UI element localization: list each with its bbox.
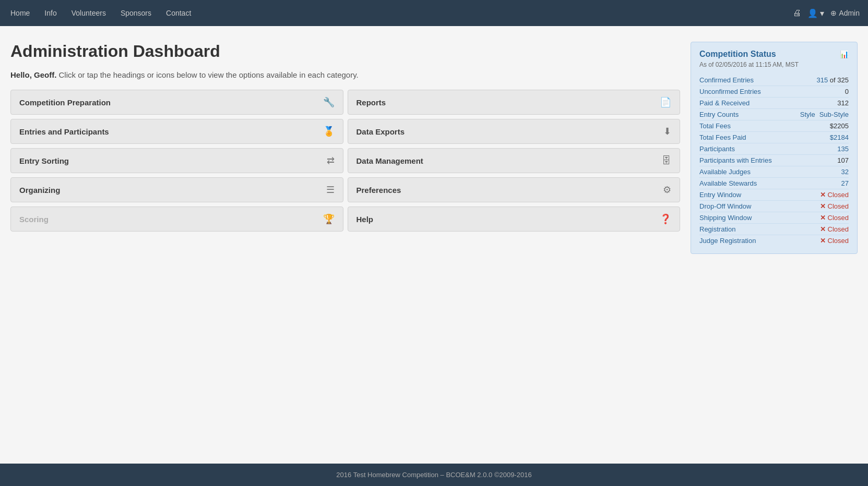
content-area: Administration Dashboard Hello, Geoff. C…: [10, 42, 680, 254]
row-registration: Registration ✕ Closed: [699, 224, 849, 235]
status-card-title: Competition Status: [699, 50, 776, 59]
entry-counts-label[interactable]: Entry Counts: [699, 111, 739, 118]
judge-registration-x: ✕: [820, 237, 826, 245]
nav-volunteers[interactable]: Volunteers: [69, 9, 108, 17]
entry-sorting-label: Entry Sorting: [19, 156, 69, 165]
available-judges-label[interactable]: Available Judges: [699, 168, 751, 176]
dash-item-entry-sorting[interactable]: Entry Sorting ⇄: [10, 148, 343, 173]
greeting-text: Click or tap the headings or icons below…: [59, 70, 359, 79]
entry-counts-substyle-link[interactable]: Sub-Style: [819, 111, 849, 118]
shipping-window-closed: Closed: [828, 214, 849, 222]
paid-received-value: 312: [837, 99, 849, 107]
dropoff-window-label[interactable]: Drop-Off Window: [699, 202, 751, 210]
judge-registration-value: ✕ Closed: [820, 237, 849, 245]
nav-contact[interactable]: Contact: [164, 9, 193, 17]
registration-label[interactable]: Registration: [699, 225, 735, 233]
row-available-stewards: Available Stewards 27: [699, 178, 849, 189]
participants-label[interactable]: Participants: [699, 145, 735, 153]
user-icon[interactable]: 👤 ▾: [807, 8, 824, 18]
nav-info[interactable]: Info: [42, 9, 58, 17]
shipping-window-x: ✕: [820, 214, 826, 222]
row-dropoff-window: Drop-Off Window ✕ Closed: [699, 201, 849, 212]
dropoff-window-value: ✕ Closed: [820, 202, 849, 210]
available-stewards-label[interactable]: Available Stewards: [699, 179, 757, 187]
entry-window-x: ✕: [820, 191, 826, 199]
confirmed-entries-link[interactable]: 315: [817, 76, 828, 84]
participants-entries-label[interactable]: Participants with Entries: [699, 156, 772, 164]
row-unconfirmed-entries: Unconfirmed Entries 0: [699, 86, 849, 98]
row-entry-counts: Entry Counts Style Sub-Style: [699, 109, 849, 120]
nav-home[interactable]: Home: [8, 9, 32, 17]
dropoff-window-x: ✕: [820, 202, 826, 210]
list-icon: ☰: [326, 184, 335, 196]
download-icon: ⬇: [663, 126, 671, 137]
row-participants-with-entries: Participants with Entries 107: [699, 155, 849, 166]
shipping-window-label[interactable]: Shipping Window: [699, 214, 752, 222]
admin-label: Admin: [839, 9, 860, 17]
help-label: Help: [356, 215, 374, 224]
sort-icon: ⇄: [327, 155, 335, 166]
row-entry-window: Entry Window ✕ Closed: [699, 189, 849, 201]
sidebar: Competition Status 📊 As of 02/05/2016 at…: [691, 42, 858, 254]
data-management-label: Data Management: [356, 156, 423, 165]
dash-item-data-management[interactable]: Data Management 🗄: [348, 148, 681, 173]
main-nav: Home Info Volunteers Sponsors Contact 🖨 …: [0, 0, 868, 26]
dash-item-organizing[interactable]: Organizing ☰: [10, 177, 343, 202]
reports-label: Reports: [356, 98, 386, 107]
total-fees-paid-value: $2184: [830, 133, 849, 141]
unconfirmed-entries-label[interactable]: Unconfirmed Entries: [699, 88, 761, 95]
print-icon[interactable]: 🖨: [793, 8, 801, 18]
row-total-fees-paid: Total Fees Paid $2184: [699, 132, 849, 143]
participants-entries-value: 107: [837, 156, 849, 164]
entry-window-closed: Closed: [828, 191, 849, 199]
registration-value: ✕ Closed: [820, 225, 849, 233]
dash-item-preferences[interactable]: Preferences ⚙: [348, 177, 681, 202]
total-fees-paid-label[interactable]: Total Fees Paid: [699, 133, 746, 141]
total-fees-label[interactable]: Total Fees: [699, 122, 731, 130]
preferences-label: Preferences: [356, 186, 401, 195]
dash-item-competition-preparation[interactable]: Competition Preparation 🔧: [10, 90, 343, 115]
document-icon: 📄: [660, 96, 671, 108]
entry-counts-style-link[interactable]: Style: [800, 111, 815, 118]
row-shipping-window: Shipping Window ✕ Closed: [699, 212, 849, 224]
unconfirmed-entries-value: 0: [845, 88, 849, 95]
admin-button[interactable]: ⊕ Admin: [830, 9, 860, 17]
greeting-name: Hello, Geoff.: [10, 70, 56, 79]
confirmed-entries-label[interactable]: Confirmed Entries: [699, 76, 754, 84]
entries-icon: 🏅: [323, 126, 335, 137]
registration-x: ✕: [820, 225, 826, 233]
footer: 2016 Test Homebrew Competition – BCOE&M …: [0, 464, 868, 486]
row-paid-received: Paid & Received 312: [699, 98, 849, 109]
entry-window-value: ✕ Closed: [820, 191, 849, 199]
chart-icon[interactable]: 📊: [840, 50, 849, 58]
dash-item-entries-participants[interactable]: Entries and Participants 🏅: [10, 119, 343, 144]
status-card-header: Competition Status 📊: [699, 50, 849, 59]
dash-item-data-exports[interactable]: Data Exports ⬇: [348, 119, 681, 144]
entries-participants-label: Entries and Participants: [19, 127, 109, 136]
trophy-icon: 🏆: [323, 213, 335, 225]
dash-item-reports[interactable]: Reports 📄: [348, 90, 681, 115]
paid-received-label[interactable]: Paid & Received: [699, 99, 750, 107]
nav-right: 🖨 👤 ▾ ⊕ Admin: [793, 8, 860, 18]
nav-sponsors[interactable]: Sponsors: [118, 9, 153, 17]
server-icon: 🗄: [662, 155, 671, 166]
organizing-label: Organizing: [19, 186, 60, 195]
dash-item-scoring: Scoring 🏆: [10, 206, 343, 232]
data-exports-label: Data Exports: [356, 127, 405, 136]
judge-registration-label[interactable]: Judge Registration: [699, 237, 756, 245]
entry-window-label[interactable]: Entry Window: [699, 191, 741, 199]
dropoff-window-closed: Closed: [828, 202, 849, 210]
row-judge-registration: Judge Registration ✕ Closed: [699, 235, 849, 246]
available-judges-value: 32: [841, 168, 849, 176]
participants-value: 135: [837, 145, 849, 153]
total-fees-value: $2205: [830, 122, 849, 130]
scoring-label: Scoring: [19, 215, 49, 224]
entry-counts-links: Style Sub-Style: [800, 111, 849, 118]
wrench-icon: 🔧: [323, 96, 335, 108]
row-available-judges: Available Judges 32: [699, 166, 849, 178]
page-title: Administration Dashboard: [10, 42, 680, 61]
gear-icon: ⚙: [663, 184, 671, 196]
row-total-fees: Total Fees $2205: [699, 120, 849, 132]
dash-item-help[interactable]: Help ❓: [348, 206, 681, 232]
help-icon: ❓: [660, 213, 671, 225]
